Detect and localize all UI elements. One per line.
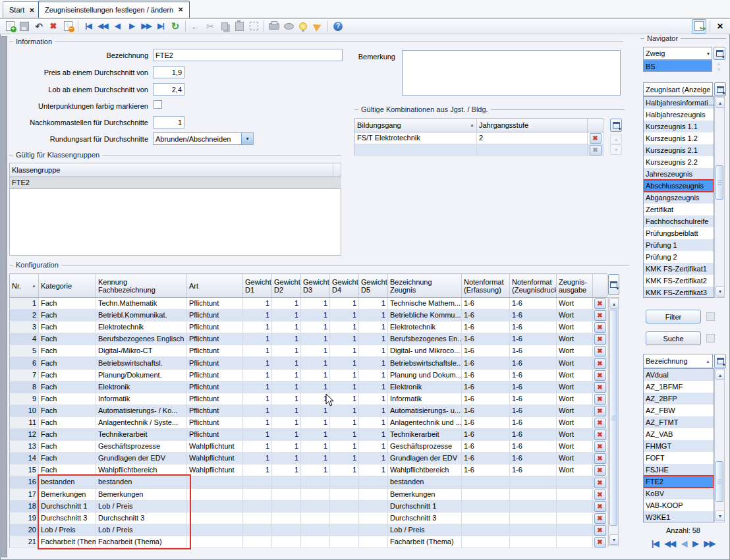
notenformat-druck-cell[interactable]: 1-6 (510, 345, 557, 357)
notenformat-druck-cell[interactable] (510, 536, 557, 547)
delete-row-icon[interactable]: ✖ (594, 501, 606, 512)
nav-next-icon[interactable]: ▶ (125, 20, 138, 33)
notenformat-druck-cell[interactable]: 1-6 (510, 381, 557, 393)
art-cell[interactable] (187, 536, 243, 547)
gewicht-d5-cell[interactable] (359, 512, 388, 524)
notenformat-druck-cell[interactable] (510, 476, 557, 488)
scroll-up-icon[interactable]: ▴ (609, 298, 619, 309)
cut-icon[interactable]: ✂ (204, 20, 217, 33)
delete-row-icon[interactable]: ✖ (594, 525, 606, 536)
table-row[interactable]: 6 Fach Betriebswirtschaftsl. Pflichtunt … (10, 357, 607, 369)
refresh-icon[interactable]: ↻ (169, 20, 182, 33)
list-item[interactable]: FHMGT (644, 440, 714, 452)
art-cell[interactable] (187, 476, 243, 488)
gewicht-d1-cell[interactable]: 1 (243, 333, 272, 345)
list-item[interactable]: Prüfung 1 (644, 239, 714, 251)
delete-row-icon[interactable]: ✖ (594, 322, 606, 333)
notenformat-druck-cell[interactable]: 1-6 (510, 429, 557, 441)
delete-row-icon[interactable]: ✖ (594, 490, 606, 500)
gewicht-d1-cell[interactable]: 1 (243, 322, 272, 333)
notenformat-erfassung-cell[interactable]: 1-6 (462, 441, 510, 453)
gewicht-d1-cell[interactable]: 1 (243, 381, 272, 393)
delete-row-icon[interactable]: ✖ (594, 394, 606, 405)
tab-start[interactable]: Start ✕ (3, 1, 42, 18)
gewicht-d5-cell[interactable] (359, 488, 388, 500)
art-cell[interactable]: Pflichtunt (187, 429, 243, 441)
ausgabe-cell[interactable] (557, 512, 593, 524)
notenformat-erfassung-cell[interactable] (462, 524, 510, 536)
kategorie-cell[interactable]: Fach (39, 369, 96, 381)
list-item[interactable]: Abschlusszeugnis (644, 180, 714, 192)
zeugnis-cell[interactable]: Elektronik (388, 381, 462, 393)
bildungsgang-cell[interactable]: FS/T Elektrotechnik (355, 132, 477, 144)
list-item[interactable]: FSJHE (644, 464, 714, 476)
list-item[interactable]: Abgangszeugnis (644, 192, 714, 204)
gewicht-d3-cell[interactable]: 1 (301, 369, 330, 381)
list-item[interactable]: W3KE1 (644, 511, 714, 522)
gewicht-d1-cell[interactable]: 1 (243, 453, 272, 464)
delete-row-icon[interactable]: ✖ (594, 418, 606, 428)
kategorie-cell[interactable]: Fach (39, 345, 96, 357)
zeugnisart-list-header[interactable]: Zeugnisart (Anzeige... (643, 82, 713, 96)
notenformat-druck-cell[interactable]: 1-6 (510, 322, 557, 333)
konfiguration-scrollbar[interactable]: ▴ ▾ (608, 297, 619, 546)
delete-row-icon[interactable]: ✖ (594, 382, 606, 393)
gewicht-d5-cell[interactable]: 1 (359, 345, 388, 357)
gewicht-d3-cell[interactable] (301, 536, 330, 547)
ausgabe-cell[interactable]: Wort (557, 345, 593, 357)
zweig-selected-item[interactable]: BS (644, 61, 712, 72)
gewicht-d2-cell[interactable]: 1 (272, 357, 301, 369)
zeugnis-cell[interactable]: Betriebliche Kommu... (388, 310, 462, 322)
kennung-cell[interactable]: Anlagentechnik / Syste... (96, 416, 187, 428)
ausgabe-cell[interactable]: Wort (557, 322, 593, 333)
notenformat-druck-cell[interactable] (510, 488, 557, 500)
record-prev-fast-icon[interactable]: ◀◀ (665, 539, 675, 548)
column-header-bildungsgang[interactable]: Bildungsgang ▲ (355, 119, 477, 132)
ausgabe-cell[interactable]: Wort (557, 333, 593, 345)
ausgabe-cell[interactable]: Wort (557, 298, 593, 310)
scroll-up-icon[interactable]: ▴ (716, 370, 725, 380)
art-cell[interactable]: Pflichtunt (187, 357, 243, 369)
gewicht-d2-cell[interactable]: 1 (272, 310, 301, 322)
column-header-kennung[interactable]: Kennung Fachbezeichnung (96, 274, 187, 298)
kategorie-cell[interactable]: Fach (39, 453, 96, 464)
art-cell[interactable]: Wahlpflichtunt (187, 464, 243, 476)
gewicht-d1-cell[interactable]: 1 (243, 345, 272, 357)
kennung-cell[interactable]: Techn.Mathematik (96, 298, 187, 310)
left-splitter[interactable] (1, 36, 7, 557)
gewicht-d1-cell[interactable] (243, 488, 272, 500)
notenformat-druck-cell[interactable]: 1-6 (510, 441, 557, 453)
save-icon[interactable] (18, 20, 31, 33)
kennung-cell[interactable]: Bemerkungen (96, 488, 187, 500)
gewicht-d5-cell[interactable]: 1 (359, 441, 388, 453)
ausgabe-cell[interactable] (557, 524, 593, 536)
gewicht-d3-cell[interactable]: 1 (301, 357, 330, 369)
column-header-gewicht-d4[interactable]: GewichtD4 (330, 274, 359, 298)
delete-row-icon[interactable]: ✖ (594, 334, 606, 345)
notenformat-druck-cell[interactable]: 1-6 (510, 357, 557, 369)
disk-icon[interactable] (282, 20, 295, 33)
kategorie-cell[interactable]: Facharbeit (Thema) (39, 536, 96, 547)
column-header-nr[interactable]: Nr. ▲ (10, 274, 39, 298)
notenformat-druck-cell[interactable]: 1-6 (510, 310, 557, 322)
kennung-cell[interactable]: Betriebl.Kommunikat. (96, 310, 187, 322)
kennung-cell[interactable]: Informatik (96, 393, 187, 405)
gewicht-d4-cell[interactable] (330, 536, 359, 547)
table-row[interactable]: 19 Durchschnitt 3 Durchschnitt 3 Durchsc… (10, 512, 607, 524)
zeugnis-cell[interactable]: Elektrotechnik (388, 322, 462, 333)
notenformat-erfassung-cell[interactable]: 1-6 (462, 405, 510, 416)
list-item[interactable]: Kurszeugnis 1.2 (644, 132, 714, 144)
list-item[interactable]: Halbjahreszeugnis (644, 109, 714, 121)
kategorie-cell[interactable]: Fach (39, 322, 96, 333)
zeugnisart-scrollbar[interactable]: ▴ ▾ (714, 96, 725, 298)
notenformat-druck-cell[interactable] (510, 500, 557, 512)
column-chooser-button[interactable] (608, 274, 619, 295)
gewicht-d2-cell[interactable]: 1 (272, 405, 301, 416)
column-header-art[interactable]: Art (187, 274, 243, 298)
column-header-notenformat-zeugnisdruck[interactable]: Notenformat(Zeugnisdruck) (510, 274, 557, 298)
gewicht-d3-cell[interactable]: 1 (301, 298, 330, 310)
delete-row-icon[interactable]: ✖ (594, 298, 606, 309)
kennung-cell[interactable]: Technikerarbeit (96, 429, 187, 441)
delete-row-icon[interactable]: ✖ (594, 537, 606, 547)
art-cell[interactable]: Pflichtunt (187, 416, 243, 428)
